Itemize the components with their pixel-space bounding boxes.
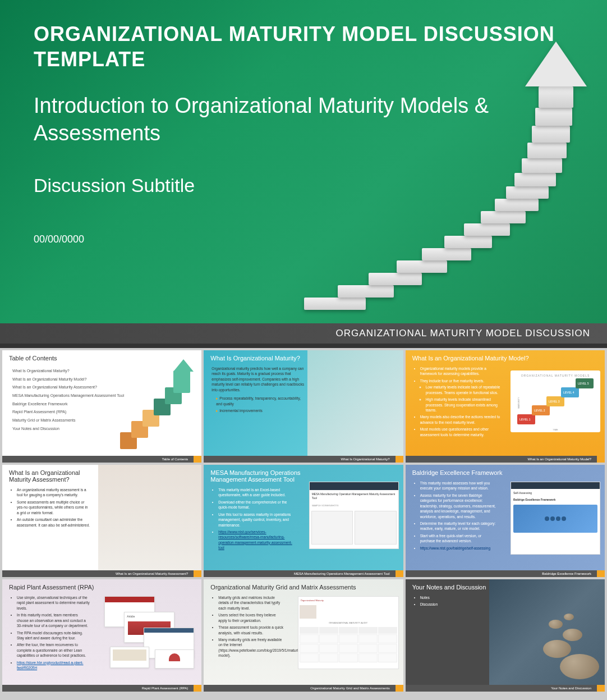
mesa-link[interactable]: https://www.nist.gov/services-resources/… — [218, 530, 292, 550]
slide-what-is-maturity[interactable]: What Is Organizational Maturity? Organiz… — [204, 350, 403, 463]
slide-thumbnails: Table of Contents What Is Organizational… — [0, 348, 607, 694]
slide-toc[interactable]: Table of Contents What Is Organizational… — [2, 350, 201, 463]
baldridge-link[interactable]: https://www.nist.gov/baldrige/self-asses… — [420, 546, 490, 550]
slide-baldridge[interactable]: Self-Assessing Baldrige Excellence Frame… — [406, 465, 605, 577]
mesa-screenshot: MESA Manufacturing Operation Management … — [309, 482, 399, 549]
presentation-date: 00/00/0000 — [34, 234, 573, 245]
slide-rpa[interactable]: Article Rapid Plant Assessment (RPA) Use… — [2, 579, 201, 692]
presentation-subtitle-2: Discussion Subtitle — [34, 175, 573, 196]
baldridge-screenshot: Self-Assessing Baldrige Excellence Frame… — [511, 482, 600, 555]
concrete-stairs-photo — [98, 465, 202, 570]
slide-notes-discussion[interactable]: Your Notes and Discussion Notes Discussi… — [406, 579, 605, 692]
slide-mesa-tool[interactable]: MESA Manufacturing Operation Management … — [204, 465, 403, 577]
slide-grid-matrix[interactable]: Organizational Maturity ORGANIZATIONAL M… — [204, 579, 403, 692]
maturity-levels-chart: ORGANIZATIONAL MATURITY MODELS MATURITY … — [511, 370, 600, 432]
stairs-photo — [307, 350, 403, 456]
presentation-title: ORGANIZATIONAL MATURITY MODEL DISCUSSION… — [34, 21, 573, 72]
matrix-screenshot: Organizational Maturity ORGANIZATIONAL M… — [298, 596, 399, 669]
rpa-screenshots: Article — [104, 596, 197, 669]
presentation-subtitle-1: Introduction to Organizational Maturity … — [34, 92, 573, 148]
slide-maturity-model[interactable]: What Is an Organizational Maturity Model… — [406, 350, 605, 463]
slide-maturity-assessment[interactable]: What Is an Organizational Maturity Asses… — [2, 465, 201, 577]
toc-title: Table of Contents — [2, 350, 201, 364]
footer-label: ORGANIZATIONAL MATURITY MODEL DISCUSSION — [336, 328, 590, 339]
title-slide: ORGANIZATIONAL MATURITY MODEL DISCUSSION… — [0, 0, 607, 348]
toc-stairs-icon — [117, 367, 196, 455]
rpa-link[interactable]: https://store.hbr.org/product/read-a-pla… — [17, 661, 84, 670]
stepping-stones-photo — [489, 579, 605, 685]
